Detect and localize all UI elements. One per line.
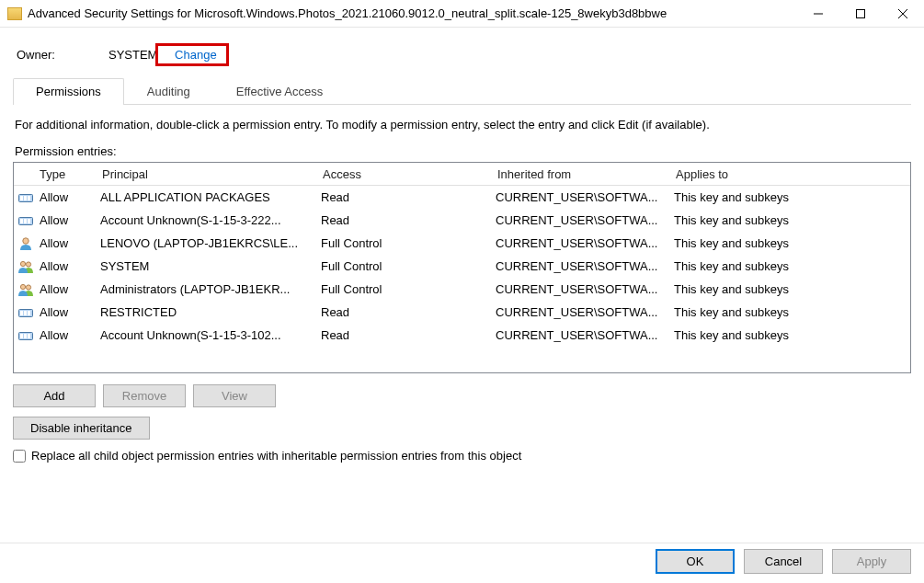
cell-applies: This key and subkeys (674, 236, 910, 250)
cell-inherited: CURRENT_USER\SOFTWA... (496, 282, 674, 296)
user-icon (14, 237, 38, 250)
cell-principal: ALL APPLICATION PACKAGES (100, 190, 321, 204)
instruction-text: For additional information, double-click… (15, 118, 909, 131)
cell-applies: This key and subkeys (674, 282, 910, 296)
table-row[interactable]: AllowLENOVO (LAPTOP-JB1EKRCS\LE...Full C… (14, 232, 910, 255)
tab-auditing[interactable]: Auditing (124, 78, 213, 104)
inheritance-row: Disable inheritance (13, 417, 911, 440)
cell-applies: This key and subkeys (674, 213, 910, 227)
cell-access: Read (321, 305, 496, 319)
folder-icon (7, 7, 22, 20)
cell-principal: Account Unknown(S-1-15-3-102... (100, 328, 321, 342)
owner-value: SYSTEM (108, 48, 157, 62)
cell-inherited: CURRENT_USER\SOFTWA... (496, 213, 674, 227)
replace-children-row: Replace all child object permission entr… (13, 449, 911, 463)
dialog-footer: OK Cancel Apply (0, 543, 924, 583)
cell-applies: This key and subkeys (674, 190, 910, 204)
close-button[interactable] (882, 0, 924, 28)
cell-type: Allow (38, 282, 100, 296)
table-row[interactable]: AllowALL APPLICATION PACKAGESReadCURRENT… (14, 186, 910, 209)
cell-inherited: CURRENT_USER\SOFTWA... (496, 259, 674, 273)
table-row[interactable]: AllowRESTRICTEDReadCURRENT_USER\SOFTWA..… (14, 301, 910, 324)
table-row[interactable]: AllowAdministrators (LAPTOP-JB1EKR...Ful… (14, 278, 910, 301)
cell-type: Allow (38, 305, 100, 319)
cell-access: Full Control (321, 259, 496, 273)
cell-access: Read (321, 328, 496, 342)
owner-label: Owner: (17, 48, 81, 62)
cell-principal: SYSTEM (100, 259, 321, 273)
users-icon (14, 260, 38, 273)
table-row[interactable]: AllowAccount Unknown(S-1-15-3-102...Read… (14, 324, 910, 347)
header-type[interactable]: Type (38, 167, 100, 181)
maximize-button[interactable] (839, 0, 882, 28)
entries-label: Permission entries: (15, 144, 909, 158)
cell-inherited: CURRENT_USER\SOFTWA... (496, 190, 674, 204)
grid-header: Type Principal Access Inherited from App… (14, 163, 910, 186)
minimize-button[interactable] (797, 0, 839, 28)
entry-buttons-row: Add Remove View (13, 384, 911, 407)
cell-principal: Account Unknown(S-1-15-3-222... (100, 213, 321, 227)
permissions-grid[interactable]: Type Principal Access Inherited from App… (13, 162, 911, 373)
owner-value-wrap: SYSTEM Change (108, 48, 229, 62)
key-icon (14, 215, 38, 226)
ok-button[interactable]: OK (656, 549, 735, 574)
cell-principal: RESTRICTED (100, 305, 321, 319)
content-area: Owner: SYSTEM Change Permissions Auditin… (0, 28, 924, 543)
cell-principal: LENOVO (LAPTOP-JB1EKRCS\LE... (100, 236, 321, 250)
key-icon (14, 307, 38, 318)
header-inherited[interactable]: Inherited from (496, 167, 674, 181)
cell-type: Allow (38, 213, 100, 227)
header-applies[interactable]: Applies to (674, 167, 910, 181)
window-buttons (797, 0, 924, 28)
cell-type: Allow (38, 259, 100, 273)
change-owner-link[interactable]: Change (169, 46, 222, 63)
replace-children-checkbox[interactable] (13, 450, 26, 463)
cell-applies: This key and subkeys (674, 259, 910, 273)
tab-effective-access[interactable]: Effective Access (213, 78, 346, 104)
remove-button[interactable]: Remove (103, 384, 186, 407)
header-principal[interactable]: Principal (100, 167, 321, 181)
apply-button[interactable]: Apply (832, 549, 911, 574)
add-button[interactable]: Add (13, 384, 96, 407)
users-icon (14, 283, 38, 296)
svg-rect-1 (857, 9, 865, 17)
cell-type: Allow (38, 190, 100, 204)
replace-children-label: Replace all child object permission entr… (31, 449, 521, 463)
cell-access: Full Control (321, 282, 496, 296)
cell-inherited: CURRENT_USER\SOFTWA... (496, 236, 674, 250)
cancel-button[interactable]: Cancel (744, 549, 823, 574)
view-button[interactable]: View (193, 384, 276, 407)
key-icon (14, 192, 38, 203)
cell-access: Read (321, 213, 496, 227)
key-icon (14, 330, 38, 341)
table-row[interactable]: AllowSYSTEMFull ControlCURRENT_USER\SOFT… (14, 255, 910, 278)
header-access[interactable]: Access (321, 167, 496, 181)
cell-applies: This key and subkeys (674, 328, 910, 342)
title-bar: Advanced Security Settings for Microsoft… (0, 0, 924, 28)
grid-body: AllowALL APPLICATION PACKAGESReadCURRENT… (14, 186, 910, 347)
cell-principal: Administrators (LAPTOP-JB1EKR... (100, 282, 321, 296)
tab-strip: Permissions Auditing Effective Access (13, 78, 911, 105)
tab-permissions[interactable]: Permissions (13, 78, 124, 105)
cell-type: Allow (38, 236, 100, 250)
window-title: Advanced Security Settings for Microsoft… (28, 6, 797, 20)
change-highlight: Change (155, 43, 229, 66)
owner-row: Owner: SYSTEM Change (13, 40, 911, 78)
cell-access: Read (321, 190, 496, 204)
cell-inherited: CURRENT_USER\SOFTWA... (496, 305, 674, 319)
cell-inherited: CURRENT_USER\SOFTWA... (496, 328, 674, 342)
table-row[interactable]: AllowAccount Unknown(S-1-15-3-222...Read… (14, 209, 910, 232)
cell-applies: This key and subkeys (674, 305, 910, 319)
cell-access: Full Control (321, 236, 496, 250)
cell-type: Allow (38, 328, 100, 342)
disable-inheritance-button[interactable]: Disable inheritance (13, 417, 150, 440)
